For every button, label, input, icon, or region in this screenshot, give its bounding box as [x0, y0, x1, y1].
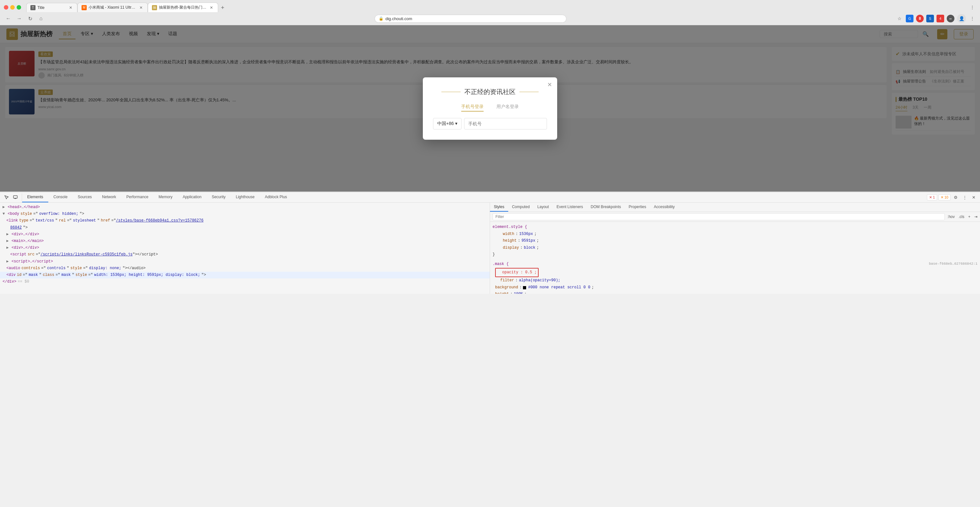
style-prop-background: background : #000 none repeat scroll 0 0…	[493, 284, 977, 291]
devtools-tab-adblock[interactable]: Adblock Plus	[260, 192, 292, 202]
html-line-div2[interactable]: ▶ <div>…</div>	[0, 245, 490, 251]
error-x-icon: ✕	[929, 195, 932, 199]
tab-close-2[interactable]: ✕	[138, 5, 143, 10]
styles-tab-event-listeners[interactable]: Event Listeners	[553, 203, 587, 211]
devtools-right-controls: ✕ 1 ✕ 10 ⚙ ⋮ ✕	[924, 193, 977, 201]
user-avatar-button[interactable]: 👤	[957, 14, 966, 23]
html-line-link[interactable]: <link type =" text/css " rel =" styleshe…	[0, 218, 490, 224]
expand-div2-icon[interactable]: ▶	[6, 245, 10, 251]
expand-main-icon[interactable]: ▶	[6, 238, 10, 244]
tab-favicon-2: M	[81, 5, 87, 10]
modal-title-dash-right	[519, 92, 539, 92]
link-href[interactable]: /styles/base-f668eb94a1.css?v=15786276	[116, 218, 204, 223]
html-line-mask[interactable]: <div id =" mask " class =" mask " style …	[0, 272, 490, 278]
browser-tabs: T Title ✕ M 小米商城 - Xiaomi 11 Ultra、Re...…	[26, 3, 966, 12]
dollar-sign: == $0	[18, 279, 29, 285]
add-style-button[interactable]: +	[968, 215, 970, 219]
expand-body-icon[interactable]: ▼	[3, 211, 6, 217]
browser-tab-3[interactable]: 抽 抽屉新热榜-聚合每日热门、搞笑... ✕	[148, 3, 218, 12]
expand-script2-icon[interactable]: ▶	[6, 259, 10, 265]
tab-close-1[interactable]: ✕	[68, 5, 73, 10]
expand-styles-icon[interactable]: ⇥	[974, 215, 977, 219]
new-tab-button[interactable]: +	[218, 3, 227, 12]
expand-head-icon[interactable]: ▶	[3, 204, 6, 210]
country-select[interactable]: 中国+86 ▾	[433, 118, 461, 129]
devtools-settings-icon[interactable]: ⚙	[952, 193, 959, 201]
styles-tab-accessibility[interactable]: Accessibility	[650, 203, 678, 211]
html-line-link-cont: 86842 ">	[0, 224, 490, 231]
browser-menu-button[interactable]: ⋮	[969, 3, 976, 11]
devtools-tab-sources[interactable]: Sources	[73, 192, 97, 202]
styles-tab-properties[interactable]: Properties	[625, 203, 650, 211]
devtools-tab-memory[interactable]: Memory	[154, 192, 178, 202]
extension-icon-3[interactable]: S	[926, 15, 934, 22]
devtools-tab-application[interactable]: Application	[178, 192, 207, 202]
devtools-toolbar: Elements Console Sources Network Perform…	[0, 192, 980, 203]
reload-button[interactable]: ↻	[25, 14, 35, 23]
extension-icon-2[interactable]: 8	[916, 15, 924, 22]
extension-icon-4[interactable]: 4	[937, 15, 944, 22]
html-line-body[interactable]: ▼ <body style =" overflow: hidden; ">	[0, 211, 490, 218]
styles-tab-dom-breakpoints[interactable]: DOM Breakpoints	[587, 203, 625, 211]
html-line-script2[interactable]: ▶ <script>…</script>	[0, 258, 490, 265]
devtools-more-icon[interactable]: ⋮	[961, 193, 969, 201]
devtools-tab-lighthouse[interactable]: Lighthouse	[231, 192, 260, 202]
devtools-tab-console[interactable]: Console	[48, 192, 73, 202]
styles-tab-styles[interactable]: Styles	[490, 203, 508, 211]
modal-tab-phone[interactable]: 手机号登录	[461, 104, 484, 111]
browser-icons-right: ⋮	[969, 3, 976, 11]
extension-icon-1[interactable]: G	[906, 15, 913, 22]
url-bar[interactable]: 🔒 dig.chouti.com	[374, 15, 566, 23]
filter-bar: :hov .cls + ⇥	[490, 212, 980, 222]
warn-badge[interactable]: ✕ 10	[939, 194, 951, 200]
extension-icon-5[interactable]: ∞	[947, 15, 955, 22]
link-id[interactable]: 86842	[10, 225, 22, 231]
devtools-tab-performance[interactable]: Performance	[121, 192, 154, 202]
close-window-button[interactable]	[4, 5, 8, 10]
hov-button[interactable]: :hov	[947, 215, 955, 219]
phone-input[interactable]	[464, 118, 547, 129]
forward-button[interactable]: →	[15, 14, 24, 23]
html-line-main[interactable]: ▶ <main>…</main>	[0, 238, 490, 245]
website-content: 囧 抽屉新热榜 首页 专区 ▾ 人类发布 视频 发现 ▾ 话题 🔍 ✏ 登录 反…	[0, 25, 980, 191]
script-src[interactable]: /scripts/links/linksRouter-c5935c1feb.js	[40, 252, 132, 257]
browser-tab-1[interactable]: T Title ✕	[26, 3, 77, 12]
error-badge[interactable]: ✕ 1	[927, 194, 937, 200]
url-display: dig.chouti.com	[385, 16, 412, 21]
cls-button[interactable]: .cls	[959, 215, 964, 219]
expand-div1-icon[interactable]: ▶	[6, 232, 10, 237]
html-line-head[interactable]: ▶ <head>…</head>	[0, 204, 490, 211]
home-button[interactable]: ⌂	[37, 14, 45, 23]
title-bar: T Title ✕ M 小米商城 - Xiaomi 11 Ultra、Re...…	[0, 0, 980, 12]
mask-rule: .mask { base-f668eb…627686842:1 opacity …	[493, 261, 977, 294]
back-button[interactable]: ←	[4, 14, 13, 23]
style-prop-width: width : 1536px ;	[493, 231, 977, 238]
bookmark-star-icon[interactable]: ☆	[896, 15, 903, 22]
tab-title-2: 小米商城 - Xiaomi 11 Ultra、Re...	[89, 5, 137, 10]
devtools-close-icon[interactable]: ✕	[970, 193, 977, 201]
html-line-script[interactable]: <script src ="/scripts/links/linksRouter…	[0, 251, 490, 258]
styles-tab-layout[interactable]: Layout	[533, 203, 553, 211]
device-toolbar-icon[interactable]	[11, 193, 19, 201]
element-picker-icon[interactable]	[3, 193, 10, 201]
devtools-tab-elements[interactable]: Elements	[22, 192, 48, 202]
filter-input[interactable]	[493, 213, 945, 220]
filter-hov-cls: :hov .cls + ⇥	[947, 215, 977, 219]
devtools-tab-network[interactable]: Network	[97, 192, 121, 202]
maximize-window-button[interactable]	[17, 5, 21, 10]
login-modal: ✕ 不正经的资讯社区 手机号登录 用户名登录 中国+86 ▾	[423, 77, 557, 140]
browser-settings-button[interactable]: ⋮	[969, 15, 976, 22]
html-line-div1[interactable]: ▶ <div>…</div>	[0, 231, 490, 238]
tab-close-3[interactable]: ✕	[209, 5, 214, 10]
tab-favicon-3: 抽	[152, 5, 157, 10]
color-swatch-black	[523, 286, 526, 289]
browser-tab-2[interactable]: M 小米商城 - Xiaomi 11 Ultra、Re... ✕	[77, 3, 148, 12]
devtools-tab-security[interactable]: Security	[207, 192, 231, 202]
html-line-audio[interactable]: <audio controls =" controls " style =" d…	[0, 265, 490, 272]
devtools-main: ▶ <head>…</head> ▼ <body style =" overfl…	[0, 203, 980, 294]
html-line-closing: </div> == $0	[0, 278, 490, 285]
styles-tab-computed[interactable]: Computed	[508, 203, 533, 211]
modal-close-button[interactable]: ✕	[547, 81, 552, 88]
minimize-window-button[interactable]	[10, 5, 15, 10]
modal-tab-username[interactable]: 用户名登录	[496, 104, 519, 111]
